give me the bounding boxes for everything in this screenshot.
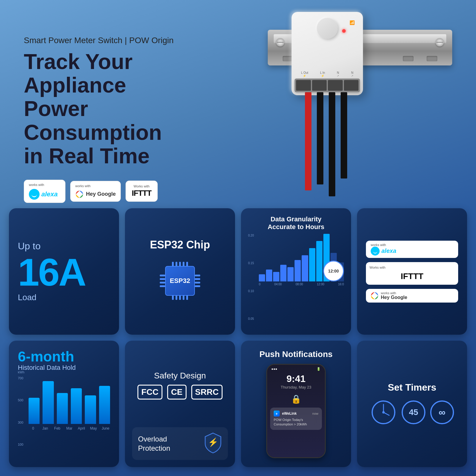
up-to-label: Up to [18, 241, 40, 252]
compat-ifttt-works: Works with [369, 266, 386, 269]
card-esp32: ESP32 Chip [125, 208, 235, 335]
bar-8-highlight [309, 248, 315, 281]
notif-app-icon: e [274, 411, 280, 416]
card-safety: Safety Design FCC CE SRRC Overload Prote… [125, 341, 235, 467]
srrc-logo: SRRC [191, 385, 223, 400]
title-line1: Track Your Appliance [24, 50, 133, 97]
ce-logo: CE [167, 385, 187, 400]
phone-mockup: ●●● 🔋 9:41 Thursday, May 23 🔒 e eWeLink … [266, 364, 326, 458]
compat-alexa-works: works with [371, 243, 396, 247]
x-1200: 12:00 [317, 283, 324, 286]
time-circle: 12:00 [323, 261, 344, 281]
compat-google-works: works with [381, 291, 407, 295]
card-history: 6-month Historical Data Hold 700 500 300… [9, 341, 119, 467]
alexa-logo: alexa [29, 189, 58, 200]
wifi-icon: 📶 [350, 20, 355, 25]
lock-area: 🔒 [267, 394, 325, 404]
notif-app-name: eWeLink [282, 411, 310, 416]
alexa-badge: works with alexa [24, 180, 65, 203]
title-line3: in Real Time [24, 144, 150, 168]
history-bars-container [18, 376, 110, 424]
compat-alexa: works with alexa [366, 241, 458, 258]
alexa-brand: alexa [371, 247, 396, 256]
overload-text: Overload Protection [138, 434, 199, 453]
safety-inner: Safety Design FCC CE SRRC Overload Prote… [132, 348, 228, 460]
label-n1: N ↗ [337, 71, 339, 77]
label-may: May [89, 426, 98, 430]
y-axis: 0.20 0.15 0.10 0.05 [248, 234, 258, 320]
safety-top-section: Safety Design FCC CE SRRC [132, 348, 228, 422]
wire-black2 [329, 92, 335, 196]
google-badge: works with Hey Google [70, 181, 121, 202]
label-n2: N ↗ [351, 71, 353, 77]
timer-icons: 45 ∞ [370, 399, 454, 426]
ifttt-logo: IFTTT [132, 189, 151, 198]
card-compatibility: works with alexa Works with IFTTT [357, 208, 467, 335]
label-mar: Mar [65, 426, 74, 430]
svg-text:⚡: ⚡ [208, 437, 218, 447]
label-0: 0 [29, 426, 38, 430]
label-april: April [77, 426, 86, 430]
bar-1 [259, 274, 265, 281]
label-lin: L In ⚡ [320, 71, 325, 77]
x-400: 04:00 [274, 283, 282, 286]
bar-4 [280, 265, 286, 281]
product-subtitle: Smart Power Meter Switch | POW Origin [24, 36, 190, 45]
x-axis: 0 04:00 08:00 12:00 16:0 [259, 281, 344, 286]
google-dots-icon [75, 190, 84, 198]
data-title: Data Granularity Accurate to Hours [248, 215, 344, 234]
terminal-labels: L Out ⚡ L In ⚡ N ↗ N ↗ [292, 71, 363, 77]
shield-svg: ⚡ [204, 433, 222, 453]
chip-pins-left [160, 275, 165, 287]
data-title-line2: Accurate to Hours [248, 223, 344, 231]
history-x-axis: 0 Jan Feb Mar April May June [18, 424, 110, 430]
y-700: 700 [18, 376, 23, 380]
alexa-label: alexa [41, 190, 58, 198]
y-axis-label: kWh [18, 370, 24, 374]
mini-bar-chart: 12:00 0 04:00 08:00 12:00 16:0 [259, 234, 344, 287]
compat-ifttt-label: IFTTT [401, 272, 423, 281]
esp32-title: ESP32 Chip [150, 239, 210, 251]
bar-9-highlight [316, 241, 322, 281]
bar-mar [57, 393, 68, 424]
device-area: 📶 L Out ⚡ L In ⚡ N ↗ [190, 18, 452, 190]
signal-icon: ●●● [271, 367, 277, 371]
notification-card: e eWeLink now POW Origin Today's Consump… [270, 408, 322, 430]
label-june: June [101, 426, 110, 430]
led-indicator [342, 29, 346, 33]
time-label: 12:00 [328, 269, 339, 273]
timer-2-circle: ∞ [430, 400, 454, 424]
history-chart: 700 500 300 100 kWh 0 Jan Feb Mar April … [18, 376, 110, 458]
ifttt-works-text: Works with [134, 184, 150, 188]
top-section: Smart Power Meter Switch | POW Origin Tr… [0, 0, 476, 202]
chip-label: ESP32 [170, 277, 190, 285]
timer-1-circle: 45 [402, 400, 425, 424]
history-subtitle: Historical Data Hold [18, 364, 76, 372]
card-push: Push Notifications ●●● 🔋 9:41 Thursday, … [241, 341, 351, 467]
y-300: 300 [18, 421, 23, 424]
safety-logos-row: FCC CE SRRC [137, 385, 223, 400]
bar-7 [302, 255, 308, 281]
wire-black3 [341, 92, 347, 178]
google-works-text: works with [75, 184, 90, 188]
y-label-010: 0.10 [248, 289, 258, 293]
clock-svg [370, 399, 397, 426]
status-bar: ●●● 🔋 [267, 365, 325, 371]
notif-message: POW Origin Today's Consumption > 20kWh [274, 418, 318, 427]
y-label-020: 0.20 [248, 234, 258, 237]
history-y-axis: 700 500 300 100 [18, 376, 23, 446]
status-indicators: 📶 [350, 20, 355, 25]
y-label-015: 0.15 [248, 262, 258, 265]
wires [296, 92, 364, 205]
clock-icon [370, 399, 397, 426]
alexa-icon-sm [371, 247, 380, 256]
timer-2-value: ∞ [439, 407, 446, 418]
chip-pins-right [195, 275, 200, 287]
compat-alexa-label: alexa [381, 248, 396, 254]
title-line2: Power Consumption [24, 97, 162, 144]
compat-google: works with Hey Google [366, 289, 458, 303]
push-title: Push Notifications [259, 350, 333, 359]
terminal-block [295, 79, 360, 92]
svg-point-4 [374, 293, 375, 295]
notif-header: e eWeLink now [274, 411, 318, 416]
